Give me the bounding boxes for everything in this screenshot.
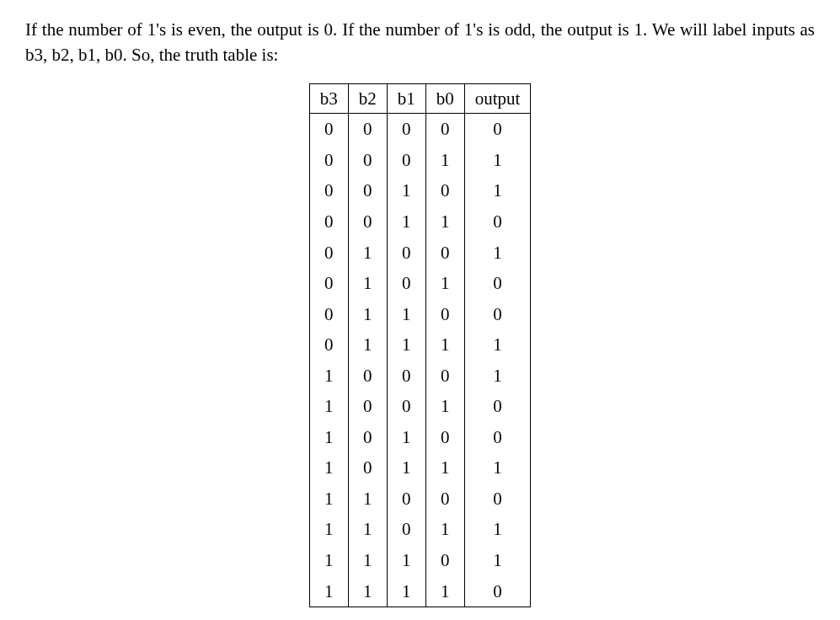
cell: 0: [464, 484, 531, 515]
cell: 1: [348, 545, 387, 576]
cell: 1: [309, 361, 348, 392]
table-row: 10001: [309, 361, 531, 392]
table-row: 00011: [309, 145, 531, 176]
cell: 0: [309, 299, 348, 330]
cell: 1: [425, 268, 464, 299]
table-row: 10010: [309, 391, 531, 422]
cell: 1: [464, 329, 531, 361]
cell: 0: [348, 452, 387, 484]
table-row: 00101: [309, 175, 531, 206]
col-b3: b3: [309, 83, 348, 113]
cell: 1: [464, 238, 531, 269]
cell: 0: [309, 175, 348, 206]
cell: 0: [387, 484, 425, 515]
col-output: output: [464, 83, 531, 113]
cell: 0: [348, 391, 387, 422]
table-row: 11011: [309, 514, 531, 545]
cell: 0: [387, 514, 425, 545]
cell: 1: [387, 175, 425, 206]
cell: 1: [348, 268, 387, 299]
table-row: 00110: [309, 206, 531, 238]
table-row: 01010: [309, 268, 531, 299]
cell: 0: [309, 145, 348, 176]
cell: 0: [348, 361, 387, 392]
cell: 0: [309, 268, 348, 299]
cell: 0: [348, 175, 387, 206]
cell: 0: [348, 114, 387, 145]
cell: 0: [464, 206, 531, 238]
cell: 0: [387, 361, 425, 392]
cell: 0: [387, 238, 425, 269]
cell: 1: [309, 484, 348, 515]
cell: 1: [464, 145, 531, 176]
cell: 0: [309, 329, 348, 361]
cell: 0: [464, 422, 531, 453]
cell: 0: [348, 206, 387, 238]
table-body: 00000 00011 00101 00110 01001 01010 0110…: [309, 114, 531, 607]
cell: 0: [425, 422, 464, 453]
cell: 1: [348, 576, 387, 607]
cell: 1: [387, 299, 425, 330]
cell: 1: [348, 238, 387, 269]
cell: 0: [425, 484, 464, 515]
cell: 1: [425, 329, 464, 361]
cell: 0: [309, 114, 348, 145]
cell: 1: [425, 206, 464, 238]
cell: 0: [464, 268, 531, 299]
cell: 0: [425, 114, 464, 145]
cell: 0: [348, 145, 387, 176]
table-row: 00000: [309, 114, 531, 145]
cell: 0: [425, 175, 464, 206]
col-b0: b0: [425, 83, 464, 113]
cell: 1: [309, 576, 348, 607]
cell: 0: [387, 145, 425, 176]
cell: 1: [309, 422, 348, 453]
col-b2: b2: [348, 83, 387, 113]
cell: 1: [387, 452, 425, 484]
cell: 1: [464, 545, 531, 576]
cell: 0: [387, 391, 425, 422]
cell: 1: [464, 361, 531, 392]
table-row: 01100: [309, 299, 531, 330]
cell: 0: [309, 238, 348, 269]
cell: 0: [425, 361, 464, 392]
cell: 0: [387, 114, 425, 145]
cell: 1: [425, 514, 464, 545]
cell: 0: [387, 268, 425, 299]
cell: 1: [464, 452, 531, 484]
cell: 1: [464, 175, 531, 206]
cell: 0: [425, 545, 464, 576]
cell: 1: [309, 391, 348, 422]
cell: 1: [425, 391, 464, 422]
cell: 1: [425, 576, 464, 607]
cell: 1: [309, 545, 348, 576]
cell: 1: [387, 545, 425, 576]
table-row: 10111: [309, 452, 531, 484]
cell: 1: [309, 452, 348, 484]
table-row: 01001: [309, 238, 531, 269]
col-b1: b1: [387, 83, 425, 113]
cell: 1: [464, 514, 531, 545]
cell: 0: [348, 422, 387, 453]
table-row: 01111: [309, 329, 531, 361]
cell: 1: [425, 145, 464, 176]
cell: 1: [348, 514, 387, 545]
cell: 0: [425, 299, 464, 330]
cell: 1: [348, 484, 387, 515]
cell: 0: [464, 576, 531, 607]
cell: 1: [425, 452, 464, 484]
table-row: 10100: [309, 422, 531, 453]
cell: 0: [464, 114, 531, 145]
table-row: 11101: [309, 545, 531, 576]
cell: 0: [464, 391, 531, 422]
cell: 0: [309, 206, 348, 238]
cell: 1: [387, 206, 425, 238]
intro-paragraph: If the number of 1's is even, the output…: [25, 17, 815, 68]
table-row: 11000: [309, 484, 531, 515]
cell: 0: [425, 238, 464, 269]
cell: 0: [464, 299, 531, 330]
cell: 1: [309, 514, 348, 545]
truth-table: b3 b2 b1 b0 output 00000 00011 00101 001…: [309, 83, 532, 607]
cell: 1: [348, 299, 387, 330]
table-header-row: b3 b2 b1 b0 output: [309, 83, 531, 113]
